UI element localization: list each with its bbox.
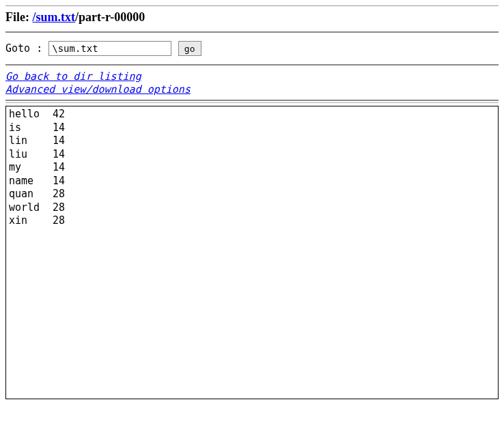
file-key: xin	[9, 214, 53, 228]
path-suffix: /part-r-00000	[75, 10, 145, 24]
file-val: 28	[53, 188, 65, 201]
file-row: my14	[9, 161, 495, 175]
file-row: quan28	[9, 188, 495, 201]
file-val: 42	[53, 108, 65, 121]
back-to-dir-link[interactable]: Go back to dir listing	[5, 70, 141, 83]
file-row: lin14	[9, 134, 495, 148]
file-row: is14	[9, 121, 495, 135]
file-label: File:	[5, 10, 32, 24]
file-val: 14	[53, 161, 65, 175]
file-key: hello	[9, 108, 53, 121]
file-key: world	[9, 201, 53, 215]
file-key: my	[9, 161, 53, 175]
file-row: xin28	[9, 214, 495, 228]
divider	[5, 102, 499, 103]
file-row: liu14	[9, 148, 495, 162]
goto-input[interactable]	[48, 41, 171, 56]
divider	[5, 64, 499, 66]
file-val: 14	[53, 175, 65, 188]
file-row: world28	[9, 201, 495, 215]
file-val: 28	[53, 214, 65, 228]
file-key: is	[9, 121, 53, 135]
file-key: quan	[9, 188, 53, 201]
file-val: 14	[53, 134, 65, 148]
page-title: File: /sum.txt/part-r-00000	[5, 10, 499, 25]
file-val: 14	[53, 121, 65, 135]
file-key: name	[9, 175, 53, 188]
advanced-options-link[interactable]: Advanced view/download options	[5, 83, 191, 96]
file-key: lin	[9, 134, 53, 148]
file-row: hello42	[9, 108, 495, 121]
goto-row: Goto : go	[5, 41, 499, 56]
file-val: 14	[53, 148, 65, 162]
go-button[interactable]: go	[178, 41, 201, 56]
file-row: name14	[9, 175, 495, 188]
goto-label: Goto :	[5, 42, 48, 55]
divider	[5, 100, 499, 101]
path-link[interactable]: /sum.txt	[32, 10, 75, 24]
file-key: liu	[9, 148, 53, 162]
divider	[5, 31, 499, 33]
file-content-box[interactable]: hello42is14lin14liu14my14name14quan28wor…	[5, 106, 499, 399]
file-val: 28	[53, 201, 65, 215]
